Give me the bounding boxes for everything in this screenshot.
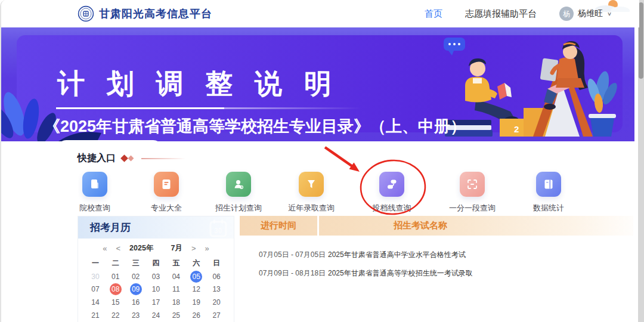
schedule-time: 07月09日 - 08月18日 xyxy=(259,268,328,278)
svg-text:2: 2 xyxy=(514,124,519,134)
calendar-day[interactable]: 24 xyxy=(146,309,166,322)
diamond-icon xyxy=(128,156,134,162)
calendar-title: 招考月历 xyxy=(90,216,131,239)
avatar: 杨 xyxy=(559,7,574,21)
quick-item-admission-history[interactable]: 近年录取查询 xyxy=(275,172,347,213)
school-icon xyxy=(82,172,107,197)
calendar-30-icon: 30 xyxy=(209,218,228,237)
banner-carousel[interactable]: 2 3 xyxy=(1,27,634,141)
calendar-weekday: 四 xyxy=(146,256,166,270)
prev-month-button[interactable]: < xyxy=(116,244,121,252)
calendar-day[interactable]: 03 xyxy=(146,270,166,283)
person-icon xyxy=(226,172,251,197)
diamond-icon xyxy=(120,154,128,162)
quick-item-label: 数据统计 xyxy=(533,203,564,213)
calendar-day[interactable]: 22 xyxy=(106,309,126,322)
calendar-weekday: 六 xyxy=(186,256,206,270)
calendar-day[interactable]: 07 xyxy=(85,283,106,296)
quick-item-label: 近年录取查询 xyxy=(288,203,335,213)
calendar-day[interactable]: 26 xyxy=(186,309,206,322)
calendar-weekday: 一 xyxy=(85,256,106,270)
quick-item-major-catalog[interactable]: 专业大全 xyxy=(131,172,202,213)
nav-volunteer-platform[interactable]: 志愿填报辅助平台 xyxy=(465,8,537,20)
banner-subtitle: 《2025年甘肃省普通高等学校招生专业目录》（上、中册） xyxy=(44,116,466,137)
calendar-day[interactable]: 08 xyxy=(106,283,126,296)
funnel-icon xyxy=(299,172,324,197)
calendar-day[interactable]: 15 xyxy=(106,296,126,309)
prev-year-button[interactable]: « xyxy=(103,244,107,252)
quick-item-score-segment-query[interactable]: 一分一段查询 xyxy=(436,172,508,213)
document-icon xyxy=(154,172,179,197)
calendar-day[interactable]: 21 xyxy=(85,309,106,322)
schedule-col-name: 招生考试名称 xyxy=(319,220,522,231)
calendar-day[interactable]: 04 xyxy=(166,270,186,283)
calendar-day[interactable]: 17 xyxy=(146,296,166,309)
students-illustration: 2 3 xyxy=(440,29,619,137)
calendar-day[interactable]: 20 xyxy=(206,296,227,309)
calendar-day[interactable]: 19 xyxy=(186,296,206,309)
next-year-button[interactable]: » xyxy=(205,244,209,252)
calendar-day[interactable]: 30 xyxy=(85,270,106,283)
calendar-day[interactable]: 06 xyxy=(206,270,227,283)
schedule-header: 进行时间 招生考试名称 xyxy=(240,216,633,236)
calendar-day[interactable]: 23 xyxy=(126,309,146,322)
calendar-day[interactable]: 27 xyxy=(206,309,227,322)
calendar-day[interactable]: 10 xyxy=(146,283,166,296)
calendar-day[interactable]: 13 xyxy=(206,283,227,296)
schedule-exam-name[interactable]: 2025年甘肃省普通高等学校招生统一考试录取 xyxy=(328,268,633,278)
calendar-weekday: 三 xyxy=(126,256,146,270)
quick-item-school-query[interactable]: 院校查询 xyxy=(59,172,131,213)
calendar-grid: 一二三四五六日300102030405060708091011121314151… xyxy=(78,256,234,322)
calendar-day[interactable]: 16 xyxy=(126,296,146,309)
calendar-weekday: 日 xyxy=(206,256,227,270)
calendar-day[interactable]: 01 xyxy=(106,270,126,283)
brand-title: 甘肃阳光高考信息平台 xyxy=(99,7,212,21)
exam-calendar-panel: 招考月历 30 « < 2025年 7月 > » 一二三四五六日30010203… xyxy=(78,216,234,322)
site-logo-icon xyxy=(78,5,94,22)
schedule-row[interactable]: 07月09日 - 08月18日2025年甘肃省普通高等学校招生统一考试录取 xyxy=(240,268,633,278)
exam-schedule-table: 进行时间 招生考试名称 07月05日 - 07月05日2025年甘肃省普通高中学… xyxy=(240,216,633,322)
quick-item-label: 一分一段查询 xyxy=(449,203,496,213)
quick-entry-header: 快捷入口 xyxy=(78,152,185,165)
quick-item-label: 招生计划查询 xyxy=(215,203,262,213)
calendar-day[interactable]: 14 xyxy=(85,296,106,309)
banner-title-underline xyxy=(56,107,224,109)
calendar-day[interactable]: 09 xyxy=(126,283,146,296)
calendar-day[interactable]: 25 xyxy=(166,309,186,322)
next-month-button[interactable]: > xyxy=(191,244,196,252)
annotation-arrow xyxy=(325,147,352,166)
schedule-exam-name[interactable]: 2025年甘肃省普通高中学业水平合格性考试 xyxy=(328,250,633,259)
svg-text:30: 30 xyxy=(214,227,222,235)
scrollbar-thumb[interactable] xyxy=(639,2,643,79)
calendar-nav: « < 2025年 7月 > » xyxy=(78,240,234,256)
quick-item-label: 专业大全 xyxy=(151,203,182,213)
flowchart-icon xyxy=(379,172,404,197)
banner-detail-button[interactable]: 部分内容调整说明 xyxy=(57,140,162,141)
calendar-day[interactable]: 11 xyxy=(166,283,186,296)
quick-item-data-statistics[interactable]: 数据统计 xyxy=(513,172,584,213)
calendar-day[interactable]: 12 xyxy=(186,283,206,296)
schedule-row[interactable]: 07月05日 - 07月05日2025年甘肃省普通高中学业水平合格性考试 xyxy=(240,250,633,259)
calendar-day[interactable]: 05 xyxy=(186,270,206,283)
bracket-icon xyxy=(460,172,485,197)
schedule-col-time: 进行时间 xyxy=(240,220,317,231)
month-select[interactable]: 7月 xyxy=(171,243,182,253)
quick-item-enrollment-plan[interactable]: 招生计划查询 xyxy=(203,172,274,213)
nav-home[interactable]: 首页 xyxy=(425,8,442,20)
calendar-weekday: 二 xyxy=(106,256,126,270)
schedule-time: 07月05日 - 07月05日 xyxy=(259,250,328,259)
user-menu[interactable]: 杨 杨维旺 ∨ xyxy=(559,7,612,21)
decorative-line xyxy=(141,158,185,159)
quick-item-cutoff-line-query[interactable]: 投档线查询 xyxy=(356,172,428,213)
year-select[interactable]: 2025年 xyxy=(129,243,153,253)
top-header: 甘肃阳光高考信息平台 首页 志愿填报辅助平台 杨 杨维旺 ∨ xyxy=(1,0,639,27)
quick-entry-title: 快捷入口 xyxy=(78,152,116,165)
quick-item-label: 投档线查询 xyxy=(373,203,411,213)
user-name: 杨维旺 xyxy=(578,8,603,19)
schedule-rows: 07月05日 - 07月05日2025年甘肃省普通高中学业水平合格性考试07月0… xyxy=(240,236,633,278)
calendar-day[interactable]: 02 xyxy=(126,270,146,283)
annotation-arrowhead xyxy=(349,163,360,172)
brand[interactable]: 甘肃阳光高考信息平台 xyxy=(78,5,212,22)
vertical-scrollbar[interactable] xyxy=(638,0,644,322)
calendar-day[interactable]: 18 xyxy=(166,296,186,309)
